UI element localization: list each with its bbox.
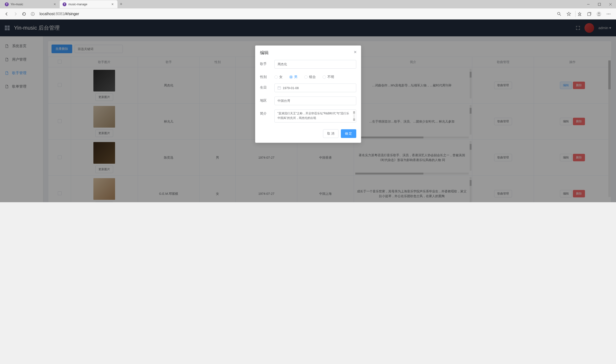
url-port: :8081: [55, 12, 64, 16]
new-tab-button[interactable]: +: [117, 1, 125, 8]
calendar-icon: [278, 86, 281, 90]
textarea-scrollbar-icon[interactable]: [353, 111, 355, 121]
window-minimize-button[interactable]: [583, 0, 594, 8]
label-singer: 歌手: [260, 60, 274, 66]
edit-dialog: 编辑 ✕ 歌手 周杰伦 性别 女 男 组合 不明 生日: [255, 46, 361, 143]
svg-point-13: [607, 13, 608, 14]
browser-chrome: Y Yin-music × Y music-manage × +: [0, 0, 616, 20]
window-close-button[interactable]: [605, 0, 616, 8]
search-icon[interactable]: [557, 11, 562, 17]
dialog-close-button[interactable]: ✕: [354, 50, 357, 54]
tab-title: Yin-music: [11, 3, 51, 6]
favicon-icon: Y: [63, 2, 66, 6]
nav-forward-button: [11, 10, 20, 18]
svg-rect-16: [278, 87, 281, 89]
url-host: localhost: [39, 12, 55, 16]
tab-close-icon[interactable]: ×: [53, 2, 57, 6]
label-birthday: 生日: [260, 84, 274, 90]
tab-title: music-manage: [68, 3, 109, 6]
radio-female[interactable]: 女: [274, 75, 282, 79]
favicon-icon: Y: [5, 2, 9, 6]
radio-unknown[interactable]: 不明: [322, 75, 334, 79]
address-bar: localhost:8081/#/singer: [0, 8, 616, 20]
svg-line-8: [560, 14, 561, 16]
nav-back-button[interactable]: [2, 10, 11, 18]
intro-textarea[interactable]: "亚洲流行天王"之称，开启华语乐坛"R&B时代"与"流行乐中国风"的先河，周杰伦…: [274, 110, 356, 123]
svg-point-7: [557, 12, 560, 15]
window-maximize-button[interactable]: [594, 0, 605, 8]
profile-icon[interactable]: [596, 11, 602, 17]
region-input[interactable]: 中国台湾: [274, 97, 356, 105]
svg-rect-10: [588, 13, 590, 16]
favorites-bar-icon[interactable]: [577, 11, 582, 17]
site-info-icon[interactable]: [28, 10, 37, 18]
birthday-input[interactable]: 1979-01-08: [274, 84, 356, 92]
svg-rect-1: [598, 3, 601, 6]
singer-input[interactable]: 周杰伦: [274, 60, 356, 69]
label-intro: 简介: [260, 110, 274, 116]
svg-rect-6: [33, 13, 33, 15]
collections-icon[interactable]: [587, 11, 592, 17]
favorite-icon[interactable]: [566, 11, 571, 17]
confirm-button[interactable]: 确 定: [341, 129, 356, 138]
more-icon[interactable]: [606, 11, 611, 17]
tab-bar: Y Yin-music × Y music-manage × +: [0, 0, 616, 8]
app-root: Yin-music 后台管理 admin ▾ 系统首页 用户管理 歌手管理: [0, 20, 616, 202]
label-region: 地区: [260, 97, 274, 103]
svg-point-14: [608, 13, 609, 14]
browser-tab[interactable]: Y Yin-music ×: [2, 0, 60, 8]
svg-point-5: [33, 13, 33, 13]
tab-close-icon[interactable]: ×: [111, 2, 115, 6]
label-gender: 性别: [260, 73, 274, 79]
radio-male[interactable]: 男: [289, 75, 297, 79]
svg-point-15: [610, 13, 610, 14]
nav-refresh-button[interactable]: [20, 10, 28, 18]
radio-group[interactable]: 组合: [304, 75, 316, 79]
browser-tab[interactable]: Y music-manage ×: [60, 0, 117, 8]
url-input[interactable]: localhost:8081/#/singer: [39, 10, 554, 18]
svg-point-12: [598, 12, 600, 14]
url-path: /#/singer: [64, 12, 79, 16]
cancel-button[interactable]: 取 消: [323, 129, 338, 138]
dialog-title: 编辑: [260, 50, 269, 55]
